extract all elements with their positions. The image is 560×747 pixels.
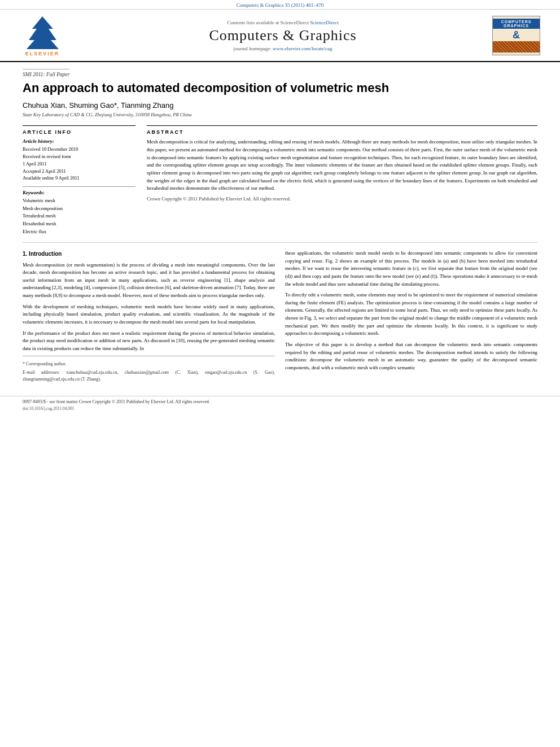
article-info-abstract: ARTICLE INFO Article history: Received 1… bbox=[23, 125, 537, 235]
keywords-label: Keywords: bbox=[23, 190, 135, 195]
email3: zhangtianming@cad.zju.edu.cn (T. Zhang). bbox=[23, 377, 101, 382]
email2: smgao@cad.zju.edu.cn (S. Gao), bbox=[205, 370, 275, 375]
cg-logo-box: COMPUTERS GRAPHICS & bbox=[492, 16, 540, 55]
abstract-col: ABSTRACT Mesh decomposition is critical … bbox=[147, 125, 537, 235]
body-p2: With the development of meshing techniqu… bbox=[23, 303, 275, 326]
elsevier-label: ELSEVIER bbox=[25, 51, 60, 56]
abstract-text: Mesh decomposition is critical for analy… bbox=[147, 138, 537, 192]
body-right-p3: The objective of this paper is to develo… bbox=[285, 341, 537, 372]
keyword-tetrahedral: Tetrahedral mesh bbox=[23, 212, 135, 220]
smi-label: SMI 2011: Full Paper bbox=[23, 69, 69, 77]
body-col-left: 1. Introduction Mesh decomposition (or m… bbox=[23, 250, 275, 385]
elsevier-logo: ELSEVIER bbox=[11, 14, 73, 56]
journal-header-center: Contents lists available at ScienceDirec… bbox=[73, 20, 492, 51]
revised-date: 1 April 2011 bbox=[23, 160, 135, 168]
keyword-mesh-decomp: Mesh decomposition bbox=[23, 205, 135, 213]
email1: xianchuhua@cad.zju.edu.cn, bbox=[66, 370, 118, 375]
star-note: * Corresponding author. E-mail addresses… bbox=[23, 356, 275, 383]
journal-header: ELSEVIER Contents lists available at Sci… bbox=[0, 10, 560, 62]
body-col-right: these applications, the volumetric mesh … bbox=[285, 250, 537, 385]
body-right-p1: these applications, the volumetric mesh … bbox=[285, 250, 537, 288]
cg-logo-area: COMPUTERS GRAPHICS & bbox=[492, 16, 543, 55]
body-section: 1. Introduction Mesh decomposition (or m… bbox=[23, 250, 537, 385]
available-date: Available online 9 April 2011 bbox=[23, 174, 135, 182]
doi-text: doi:10.1016/j.cag.2011.04.001 bbox=[23, 406, 537, 411]
journal-homepage: journal homepage: www.elsevier.com/locat… bbox=[73, 46, 492, 51]
homepage-link[interactable]: www.elsevier.com/locate/cag bbox=[273, 46, 332, 51]
journal-ref-bar: Computers & Graphics 35 (2011) 461–470 bbox=[0, 0, 560, 10]
affiliation: State Key Laboratory of CAD & CG, Zhejia… bbox=[23, 112, 537, 117]
issn-text: 0097-8493/$ - see front matter Crown Cop… bbox=[23, 399, 210, 404]
corresponding-author: * Corresponding author. bbox=[23, 361, 275, 368]
received-revised-label: Received in revised form bbox=[23, 153, 135, 160]
elsevier-tree-icon bbox=[24, 14, 61, 51]
article-history: Article history: Received 10 December 20… bbox=[23, 138, 135, 182]
journal-title: Computers & Graphics bbox=[73, 27, 492, 44]
email-header: E-mail addresses: xianchuhua@cad.zju.edu… bbox=[23, 369, 275, 383]
article-info-heading: ARTICLE INFO bbox=[23, 129, 135, 135]
homepage-label: journal homepage: bbox=[234, 46, 272, 51]
accepted-date: Accepted 2 April 2011 bbox=[23, 168, 135, 175]
journal-ref-text: Computers & Graphics 35 (2011) 461–470 bbox=[237, 2, 323, 8]
article-info-section: ARTICLE INFO Article history: Received 1… bbox=[23, 125, 135, 235]
footer-top: 0097-8493/$ - see front matter Crown Cop… bbox=[23, 399, 537, 404]
main-content: SMI 2011: Full Paper An approach to auto… bbox=[0, 62, 560, 390]
abstract-copyright: Crown Copyright © 2011 Published by Else… bbox=[147, 195, 537, 203]
article-info-col: ARTICLE INFO Article history: Received 1… bbox=[23, 125, 135, 235]
cg-pattern bbox=[493, 41, 540, 53]
cg-logo-top-text: COMPUTERS GRAPHICS bbox=[493, 19, 540, 29]
contents-text: Contents lists available at ScienceDirec… bbox=[227, 20, 309, 25]
section-divider bbox=[23, 242, 537, 243]
email1-person: chuhuaxian@gmail.com (C. Xian), bbox=[125, 370, 199, 375]
email-label: E-mail addresses: bbox=[23, 370, 60, 375]
abstract-section: ABSTRACT Mesh decomposition is critical … bbox=[147, 125, 537, 203]
author-names: Chuhua Xian, Shuming Gao*, Tianming Zhan… bbox=[23, 101, 173, 110]
body-right-p2: To directly edit a volumetric mesh, some… bbox=[285, 291, 537, 338]
svg-rect-2 bbox=[40, 42, 46, 49]
page-footer: 0097-8493/$ - see front matter Crown Cop… bbox=[0, 396, 560, 414]
body-p3: If the performance of the product does n… bbox=[23, 330, 275, 353]
keywords-section: Keywords: Volumetric mesh Mesh decomposi… bbox=[23, 186, 135, 235]
body-p1: Mesh decomposition (or mesh segmentation… bbox=[23, 261, 275, 300]
elsevier-logo-area: ELSEVIER bbox=[11, 14, 73, 56]
keyword-volumetric: Volumetric mesh bbox=[23, 197, 135, 205]
contents-line: Contents lists available at ScienceDirec… bbox=[73, 20, 492, 25]
paper-title: An approach to automated decomposition o… bbox=[23, 81, 537, 95]
keyword-hexahedral: Hexahedral mesh bbox=[23, 220, 135, 228]
sciencedirect-link[interactable]: ScienceDirect bbox=[310, 20, 338, 25]
received-date: Received 10 December 2010 bbox=[23, 146, 135, 153]
history-label: Article history: bbox=[23, 138, 135, 144]
cg-logo-center-text: & bbox=[513, 30, 520, 40]
abstract-heading: ABSTRACT bbox=[147, 129, 537, 135]
keyword-electric: Electric flux bbox=[23, 228, 135, 236]
section1-heading: 1. Introduction bbox=[23, 250, 275, 259]
authors: Chuhua Xian, Shuming Gao*, Tianming Zhan… bbox=[23, 101, 537, 110]
